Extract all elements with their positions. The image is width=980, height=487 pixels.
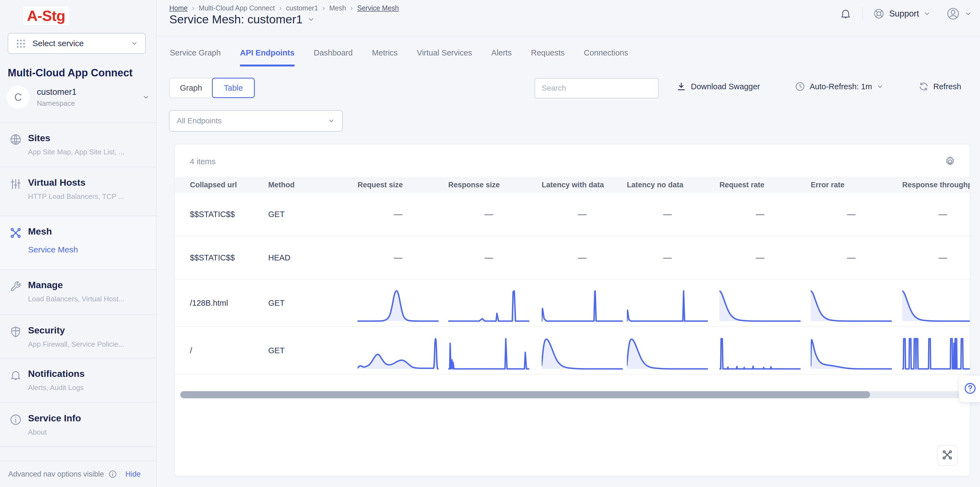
sidebar-item-security[interactable]: SecurityApp Firewall, Service Policie...: [0, 314, 156, 358]
no-data-dash: —: [902, 253, 970, 263]
sidebar-item-virtual-hosts[interactable]: Virtual HostsHTTP Load Balancers, TCP ..…: [0, 167, 156, 216]
column-header-response-size[interactable]: Response size: [448, 181, 542, 189]
sidebar-item-sites[interactable]: SitesApp Site Map, App Site List, ...: [0, 122, 156, 167]
breadcrumb-item-multi-cloud-app-connect[interactable]: Multi-Cloud App Connect: [199, 4, 275, 12]
column-header-collapsed-url[interactable]: Collapsed url: [190, 181, 268, 189]
no-data-dash: —: [719, 209, 800, 219]
column-header-method[interactable]: Method: [268, 181, 358, 189]
clock-icon: [795, 81, 805, 92]
info-icon: [10, 413, 22, 426]
mesh-icon: [10, 227, 22, 239]
namespace-selector[interactable]: C customer1 Namespace: [6, 86, 150, 109]
sparkline-chart: [358, 336, 439, 370]
sparkline-chart: [719, 289, 800, 322]
user-avatar-icon: [946, 6, 960, 21]
tab-virtual-services[interactable]: Virtual Services: [417, 48, 472, 67]
breadcrumb-separator: ›: [322, 4, 325, 13]
sparkline-chart: [719, 336, 800, 370]
column-header-request-size[interactable]: Request size: [358, 181, 448, 189]
cell-method: GET: [268, 346, 358, 355]
sidebar-sublink-service-mesh[interactable]: Service Mesh: [28, 245, 78, 254]
cell-response-throughput: —: [902, 193, 970, 236]
chevron-down-icon: [328, 117, 335, 124]
chevron-down-icon: [877, 83, 883, 90]
search-input[interactable]: [535, 78, 659, 98]
mesh-shortcut-button[interactable]: [937, 445, 958, 466]
gear-icon[interactable]: [944, 155, 956, 168]
breadcrumb-item-home[interactable]: Home: [169, 4, 188, 12]
select-service-label: Select service: [32, 39, 125, 48]
cell-latency-with-data: —: [542, 236, 627, 279]
auto-refresh-dropdown[interactable]: Auto-Refresh: 1m: [795, 81, 883, 92]
sidebar-item-label: Virtual Hosts: [28, 177, 124, 188]
mesh-icon: [942, 449, 953, 462]
refresh-icon: [918, 81, 929, 92]
sparkline-chart: [542, 289, 623, 322]
header-divider: [862, 7, 863, 21]
column-header-latency-no-data[interactable]: Latency no data: [627, 181, 719, 189]
globe-icon: [10, 133, 22, 146]
tab-metrics[interactable]: Metrics: [372, 48, 398, 67]
sidebar-top: A-Stg Select service Multi-Cloud App Con…: [0, 0, 156, 122]
graph-view-button[interactable]: Graph: [170, 78, 212, 97]
support-menu[interactable]: Support: [873, 8, 931, 19]
tab-api-endpoints[interactable]: API Endpoints: [240, 48, 294, 67]
table-row[interactable]: /128B.htmlGET: [175, 280, 970, 327]
cell-method: HEAD: [268, 253, 358, 262]
sidebar-item-notifications[interactable]: NotificationsAlerts, Audit Logs: [0, 358, 156, 402]
sidebar-footer: Advanced nav options visible Hide: [0, 461, 156, 487]
sidebar-item-spacer: [0, 446, 156, 461]
breadcrumb-separator: ›: [350, 4, 353, 13]
cell-request-size: [358, 280, 448, 326]
sidebar-item-mesh[interactable]: MeshService Mesh: [0, 216, 156, 269]
table-row[interactable]: $$STATIC$$HEAD———————: [175, 236, 970, 280]
sidebar-item-subtitle: App Site Map, App Site List, ...: [28, 148, 124, 156]
tab-alerts[interactable]: Alerts: [492, 48, 512, 67]
sidebar-item-label: Notifications: [28, 368, 84, 379]
column-header-error-rate[interactable]: Error rate: [811, 181, 902, 189]
endpoint-filter-dropdown[interactable]: All Endpoints: [169, 110, 343, 132]
breadcrumb-item-mesh[interactable]: Mesh: [329, 4, 346, 12]
cell-collapsed-url: /: [190, 346, 268, 355]
tab-requests[interactable]: Requests: [531, 48, 565, 67]
page-title: Service Mesh: customer1: [169, 13, 302, 26]
support-label: Support: [889, 9, 919, 19]
bell-icon[interactable]: [840, 8, 852, 20]
column-header-request-rate[interactable]: Request rate: [719, 181, 811, 189]
chevron-down-icon: [923, 10, 931, 17]
table-row[interactable]: /GET: [175, 327, 970, 374]
sidebar-item-manage[interactable]: ManageLoad Balancers, Virtual Host...: [0, 269, 156, 314]
cell-response-throughput: —: [902, 236, 970, 279]
table-header-row: Collapsed urlMethodRequest sizeResponse …: [175, 177, 970, 193]
tab-service-graph[interactable]: Service Graph: [170, 48, 221, 67]
select-service-dropdown[interactable]: Select service: [8, 33, 146, 54]
horizontal-scrollbar[interactable]: [180, 391, 964, 398]
scrollbar-thumb[interactable]: [180, 391, 870, 398]
column-header-response-throughput[interactable]: Response throughput: [902, 181, 970, 189]
breadcrumb-item-service-mesh[interactable]: Service Mesh: [357, 4, 399, 12]
tab-dashboard[interactable]: Dashboard: [314, 48, 353, 67]
tab-connections[interactable]: Connections: [584, 48, 628, 67]
hide-nav-button[interactable]: Hide: [125, 470, 141, 479]
account-menu[interactable]: [946, 6, 972, 21]
table-view-button[interactable]: Table: [212, 78, 255, 98]
table-row[interactable]: $$STATIC$$GET———————: [175, 193, 970, 236]
items-count: 4 items: [190, 157, 215, 166]
help-button[interactable]: [959, 376, 980, 402]
cell-request-rate: [719, 327, 811, 374]
grid-icon: [15, 38, 26, 49]
column-header-latency-with-data[interactable]: Latency with data: [542, 181, 627, 189]
chevron-down-icon[interactable]: [307, 16, 315, 23]
refresh-button[interactable]: Refresh: [918, 81, 961, 92]
endpoints-table-card: 4 items Collapsed urlMethodRequest sizeR…: [175, 144, 970, 476]
cell-response-size: —: [448, 236, 542, 279]
no-data-dash: —: [811, 209, 892, 219]
header-actions: Support: [840, 6, 972, 21]
brand-logo[interactable]: A-Stg: [23, 6, 69, 25]
no-data-dash: —: [448, 253, 529, 263]
breadcrumb-item-customer1[interactable]: customer1: [286, 4, 318, 12]
cell-response-throughput: [902, 280, 970, 326]
sidebar-item-service-info[interactable]: Service InfoAbout: [0, 402, 156, 446]
download-swagger-button[interactable]: Download Swagger: [676, 81, 760, 92]
cell-collapsed-url: /128B.html: [190, 298, 268, 308]
